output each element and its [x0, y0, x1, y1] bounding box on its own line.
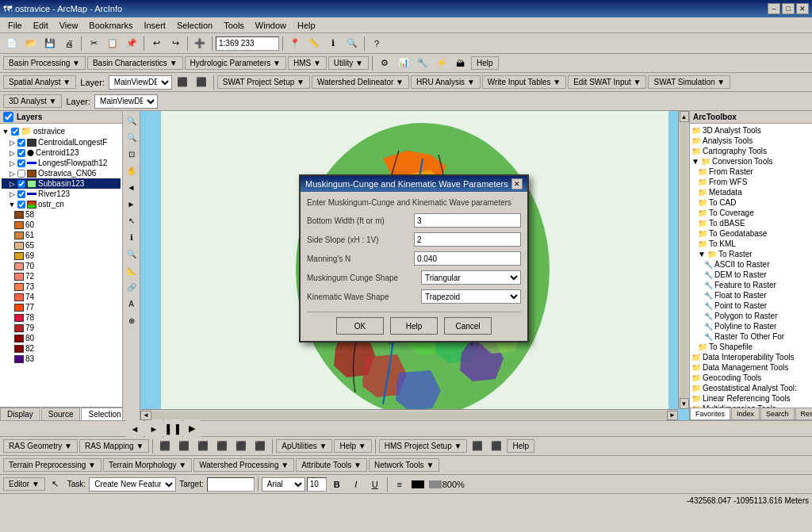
menu-file[interactable]: File — [3, 19, 27, 32]
zoom-in-btn[interactable]: 🔍 — [124, 113, 140, 128]
mannings-input[interactable] — [414, 251, 521, 266]
3d-analyst-btn[interactable]: 3D Analyst ▼ — [3, 94, 62, 108]
river-checkbox[interactable] — [17, 190, 25, 198]
undo-button[interactable]: ↩ — [147, 35, 165, 52]
help-dialog-button[interactable]: Help — [390, 317, 438, 335]
toolbox-to-coverage[interactable]: 📁 To Coverage — [691, 208, 810, 218]
bold-btn[interactable]: B — [328, 476, 346, 493]
hms-project-btn[interactable]: HMS Project Setup ▼ — [379, 439, 468, 453]
zoom-full-btn[interactable]: ⊡ — [124, 146, 140, 162]
ap-help-btn[interactable]: Help ▼ — [334, 439, 371, 453]
menu-insert[interactable]: Insert — [139, 19, 170, 32]
maximize-button[interactable]: □ — [782, 3, 795, 14]
hru-btn[interactable]: HRU Analysis ▼ — [411, 75, 481, 89]
menu-selection[interactable]: Selection — [172, 19, 217, 32]
menu-view[interactable]: View — [55, 19, 83, 32]
map-nav-prev[interactable]: ◄ — [126, 420, 144, 438]
swat-sim-btn[interactable]: SWAT Simulation ▼ — [648, 75, 730, 89]
map-nav-pause[interactable]: ▌▐ — [164, 420, 182, 438]
identify-tool-btn[interactable]: ℹ — [124, 229, 140, 245]
display-tab[interactable]: Display — [0, 408, 40, 420]
menu-window[interactable]: Window — [251, 19, 291, 32]
fill-btn[interactable] — [429, 480, 442, 488]
paste-button[interactable]: 📌 — [123, 35, 140, 52]
pan-btn[interactable]: ✋ — [124, 163, 140, 178]
zoom-prev-btn[interactable]: ◄ — [124, 179, 140, 195]
ras-btn1[interactable]: ⬛ — [156, 438, 174, 455]
layers-toggle[interactable] — [3, 112, 13, 122]
italic-btn[interactable]: I — [347, 476, 365, 493]
ras-btn4[interactable]: ⬛ — [213, 438, 231, 455]
help2-btn[interactable]: Help — [471, 56, 499, 70]
scale-input[interactable] — [216, 36, 279, 51]
toolbox-to-geodatabase[interactable]: 📁 To Geodatabase — [691, 228, 810, 239]
toolbox-to-dbase[interactable]: 📁 To dBASE — [691, 218, 810, 228]
hms-btn[interactable]: HMS ▼ — [288, 56, 327, 70]
muskingum-shape-select[interactable]: Triangular Trapezoidal Natural — [421, 270, 521, 285]
side-slope-input[interactable] — [414, 232, 521, 247]
toolbox-to-cad[interactable]: 📁 To CAD — [691, 197, 810, 208]
layer-river123[interactable]: ▷ River123 — [2, 189, 121, 199]
copy-button[interactable]: 📋 — [104, 35, 121, 52]
menu-bookmarks[interactable]: Bookmarks — [84, 19, 137, 32]
network-tools-btn[interactable]: Network Tools ▼ — [369, 458, 439, 472]
results-tab[interactable]: Results — [795, 408, 812, 419]
centroid-checkbox[interactable] — [17, 149, 25, 157]
toolbox-to-raster[interactable]: ▼ 📁 To Raster — [691, 249, 810, 259]
tool5[interactable]: 🏔 — [452, 55, 469, 72]
select-btn[interactable]: ↖ — [124, 212, 140, 228]
cut-button[interactable]: ✂ — [85, 35, 102, 52]
toolbox-to-kml[interactable]: 📁 To KML — [691, 239, 810, 249]
watershed-processing-btn[interactable]: Watershed Processing ▼ — [193, 458, 294, 472]
toolbox-data-management[interactable]: 📁 Data Management Tools — [691, 362, 810, 373]
minimize-button[interactable]: – — [768, 3, 780, 14]
favorites-tab[interactable]: Favorites — [690, 408, 730, 419]
zoom-btn-drawing[interactable]: 800% — [445, 476, 462, 493]
flowpath-checkbox[interactable] — [17, 159, 25, 167]
map-canvas[interactable]: Muskingum-Cunge and Kinematic Wave Param… — [140, 111, 689, 420]
ostravica-checkbox[interactable] — [17, 170, 25, 178]
utility-btn[interactable]: Utility ▼ — [328, 56, 369, 70]
toolbox-linear-ref[interactable]: 📁 Linear Referencing Tools — [691, 393, 810, 404]
swat-project-btn[interactable]: SWAT Project Setup ▼ — [217, 75, 310, 89]
tool3[interactable]: 🔧 — [414, 55, 431, 72]
dialog-close-button[interactable]: ✕ — [511, 178, 523, 189]
terrain-morphology-btn[interactable]: Terrain Morphology ▼ — [103, 458, 192, 472]
task-dropdown[interactable]: Create New Feature — [89, 477, 176, 492]
source-tab[interactable]: Source — [41, 408, 81, 420]
menu-tools[interactable]: Tools — [219, 19, 249, 32]
layer2-dropdown[interactable]: MainViewDEM — [94, 94, 158, 109]
zoom-next-btn[interactable]: ► — [124, 196, 140, 212]
ostr-checkbox[interactable] — [17, 201, 25, 209]
tool1[interactable]: ⚙ — [376, 55, 393, 72]
toolbox-conversion[interactable]: ▼ 📁 Conversion Tools — [691, 156, 810, 166]
layer-ostravica[interactable]: ▷ Ostravica_CN06 — [2, 168, 121, 178]
toolbox-polyline-to-raster[interactable]: 🔧 Polyline to Raster — [691, 321, 810, 331]
toolbox-geostatistical[interactable]: 📁 Geostatistical Analyst Tool: — [691, 383, 810, 393]
tool4[interactable]: ⚡ — [433, 55, 450, 72]
search-tab[interactable]: Search — [760, 408, 795, 419]
measure-button[interactable]: 📏 — [305, 35, 323, 52]
help-button[interactable]: ? — [368, 35, 385, 52]
toolbox-ascii-to-raster[interactable]: 🔧 ASCII to Raster — [691, 259, 810, 270]
hms-btn3[interactable]: ⬛ — [488, 438, 505, 455]
layer-centroid123[interactable]: ▷ ⬤ Centroid123 — [2, 147, 121, 158]
redo-button[interactable]: ↪ — [167, 35, 184, 52]
ras-btn3[interactable]: ⬛ — [194, 438, 212, 455]
terrain-preprocessing-btn[interactable]: Terrain Preprocessing ▼ — [3, 458, 102, 472]
ok-button[interactable]: OK — [336, 317, 384, 335]
basin-processing-btn[interactable]: Basin Processing ▼ — [3, 56, 86, 70]
hms-help-btn[interactable]: Help — [507, 439, 534, 453]
write-input-btn[interactable]: Write Input Tables ▼ — [482, 75, 566, 89]
zoom-out-btn[interactable]: 🔍 — [124, 129, 140, 145]
ras-btn6[interactable]: ⬛ — [251, 438, 269, 455]
attribute-tools-btn[interactable]: Attribute Tools ▼ — [296, 458, 367, 472]
ras-btn5[interactable]: ⬛ — [232, 438, 250, 455]
bottom-width-input[interactable] — [414, 213, 521, 228]
xy-coords-btn[interactable]: ⊕ — [124, 312, 140, 328]
menu-help[interactable]: Help — [293, 19, 320, 32]
toolbox-to-shapefile[interactable]: 📁 To Shapefile — [691, 342, 810, 352]
toolbox-data-interop[interactable]: 📁 Data Interoperability Tools — [691, 352, 810, 362]
ras-geometry-btn[interactable]: RAS Geometry ▼ — [3, 439, 78, 453]
map-nav-next[interactable]: ► — [145, 420, 163, 438]
